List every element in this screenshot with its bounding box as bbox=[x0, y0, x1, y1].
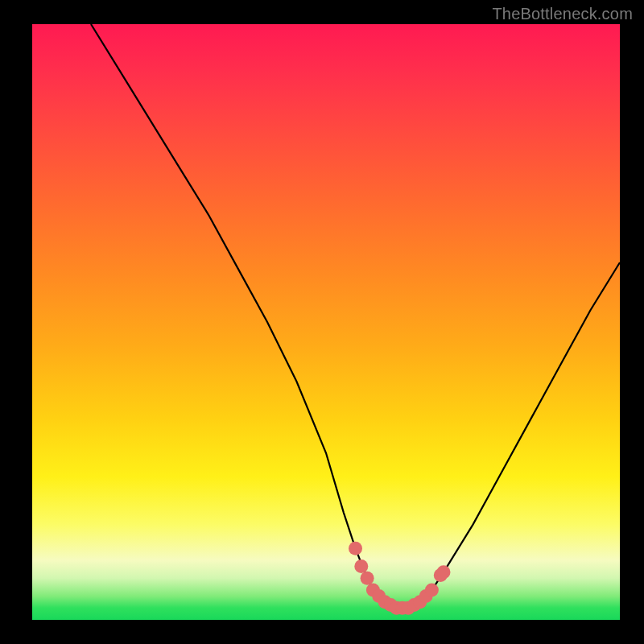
curve-layer bbox=[32, 24, 620, 620]
marker-dot bbox=[425, 584, 439, 597]
marker-dot bbox=[361, 572, 374, 585]
marker-dot bbox=[437, 565, 451, 579]
bottom-markers bbox=[349, 542, 451, 615]
marker-dot bbox=[349, 542, 362, 555]
bottleneck-curve bbox=[91, 24, 620, 608]
plot-area bbox=[32, 24, 620, 620]
chart-frame: TheBottleneck.com bbox=[0, 0, 644, 644]
marker-dot bbox=[354, 559, 368, 573]
watermark-text: TheBottleneck.com bbox=[492, 5, 633, 23]
